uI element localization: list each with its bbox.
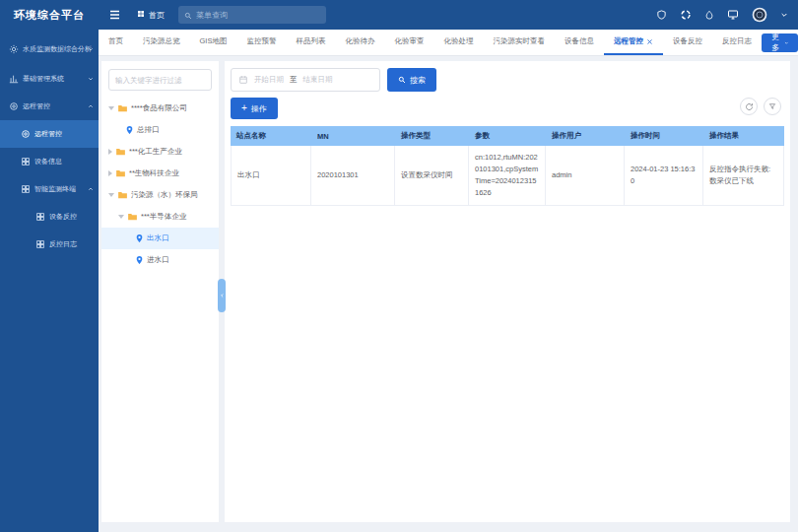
- tree-node-company-food[interactable]: ****食品有限公司: [101, 98, 219, 119]
- gear-icon: [9, 44, 19, 54]
- folder-icon: [127, 212, 138, 222]
- caret-right-icon[interactable]: [108, 170, 112, 176]
- calendar-icon: [238, 71, 248, 89]
- tab-gis-map[interactable]: GIS地图: [190, 30, 237, 55]
- sidebar-group-smart-terminal[interactable]: 智能监测终端: [0, 175, 99, 203]
- tree-filter-input[interactable]: [108, 69, 212, 91]
- table-header-cell: 操作结果: [703, 126, 784, 146]
- grid-icon: [35, 239, 45, 249]
- sidebar-item-base-management[interactable]: 基础管理系统: [0, 65, 99, 93]
- sidebar-item-water-quality-analysis[interactable]: 水质监测数据综合分析: [0, 33, 99, 65]
- avatar[interactable]: [752, 7, 767, 23]
- tab-lab-process[interactable]: 化验处理: [433, 30, 483, 55]
- cell-operation-user: admin: [546, 146, 625, 205]
- hamburger-menu-icon[interactable]: [108, 9, 121, 21]
- panel-collapse-toggle[interactable]: [218, 279, 226, 312]
- tab-home[interactable]: 首页: [99, 30, 133, 55]
- table-header-cell: 操作用户: [546, 126, 625, 146]
- operate-button[interactable]: + 操作: [231, 98, 278, 119]
- tree-node-company-chemical[interactable]: ***化工生产企业: [101, 141, 219, 163]
- sidebar-item-remote-control[interactable]: 远程管控: [0, 120, 99, 148]
- chart-icon: [9, 74, 19, 84]
- chevron-down-icon: [784, 39, 789, 46]
- funnel-icon: [768, 102, 776, 110]
- tab-pollution-realtime[interactable]: 污染源实时查看: [483, 30, 555, 55]
- caret-down-icon[interactable]: [108, 106, 114, 110]
- tab-reverse-control-log[interactable]: 反控日志: [712, 30, 762, 55]
- refresh-icon: [745, 102, 754, 111]
- location-pin-icon: [125, 125, 134, 135]
- search-button[interactable]: 搜索: [387, 68, 436, 92]
- menu-search-box[interactable]: [178, 6, 326, 24]
- operations-table: 站点名称 MN 操作类型 参数 操作用户 操作时间 操作结果 出水口 20201…: [231, 126, 784, 206]
- column-settings-button[interactable]: [764, 98, 781, 115]
- app-logo: 环境综合平台: [0, 8, 99, 23]
- tree-node-bureau-water[interactable]: 污染源（水）环保局: [101, 184, 219, 206]
- top-bar: 环境综合平台 首页: [0, 0, 798, 30]
- table-header-cell: 操作类型: [395, 126, 469, 146]
- tab-lab-todo[interactable]: 化验待办: [335, 30, 384, 55]
- caret-right-icon[interactable]: [108, 149, 112, 155]
- cell-operation-time: 2024-01-23 15:16:30: [625, 146, 703, 205]
- chevron-up-icon: [88, 186, 94, 192]
- folder-icon: [115, 168, 126, 178]
- caret-down-icon[interactable]: [108, 193, 114, 197]
- tab-monitor-alert[interactable]: 监控预警: [236, 30, 286, 55]
- caret-down-icon[interactable]: [118, 215, 124, 219]
- breadcrumb[interactable]: 首页: [137, 10, 165, 21]
- monitor-icon[interactable]: [727, 9, 739, 21]
- end-date-placeholder[interactable]: 结束日期: [303, 75, 333, 85]
- topbar-action-icons: [656, 7, 788, 23]
- menu-search-input[interactable]: [196, 11, 320, 20]
- sidebar-nav: 水质监测数据综合分析 基础管理系统 远程管控 远程管控 设备信息 智能监测终端 …: [0, 30, 99, 532]
- sidebar-item-device-info[interactable]: 设备信息: [0, 148, 99, 175]
- start-date-placeholder[interactable]: 开始日期: [254, 75, 284, 85]
- plus-icon: +: [241, 103, 247, 113]
- tab-device-info[interactable]: 设备信息: [555, 30, 604, 55]
- cell-mn: 2020101301: [311, 146, 395, 205]
- table-row[interactable]: 出水口 2020101301 设置数采仪时间 cn:1012,rtuMN:202…: [231, 146, 784, 206]
- apps-icon[interactable]: [680, 9, 692, 21]
- table-header-cell: MN: [311, 126, 395, 146]
- table-header-cell: 操作时间: [625, 126, 703, 146]
- cell-site-name: 出水口: [231, 146, 311, 205]
- tree-node-outlet-in[interactable]: 进水口: [101, 249, 219, 271]
- tab-pollution-overview[interactable]: 污染源总览: [133, 30, 190, 55]
- chevron-down-icon: [88, 76, 94, 82]
- cell-operation-result: 反控指令执行失败:数采仪已下线: [703, 146, 784, 205]
- search-icon: [184, 6, 192, 24]
- tree-node-outlet-main[interactable]: 总排口: [101, 119, 219, 141]
- grid-icon: [35, 212, 45, 222]
- chevron-down-icon[interactable]: [780, 11, 788, 19]
- search-icon: [398, 76, 406, 84]
- refresh-button[interactable]: [740, 98, 758, 115]
- close-icon[interactable]: [646, 38, 653, 45]
- folder-icon: [115, 147, 126, 157]
- tab-sample-list[interactable]: 样品列表: [286, 30, 335, 55]
- target-icon: [9, 101, 19, 111]
- table-header-cell: 参数: [469, 126, 546, 146]
- flame-icon[interactable]: [704, 9, 714, 21]
- tab-remote-control[interactable]: 远程管控: [604, 30, 663, 55]
- tree-node-outlet-out[interactable]: 出水口: [101, 228, 219, 249]
- table-tools: [740, 98, 781, 115]
- action-toolbar: + 操作: [231, 98, 784, 119]
- sidebar-group-remote-control[interactable]: 远程管控: [0, 93, 99, 120]
- date-range-picker[interactable]: 开始日期 至 结束日期: [231, 68, 380, 92]
- sidebar-item-device-reverse-control[interactable]: 设备反控: [0, 203, 99, 231]
- tree-node-company-biotech[interactable]: **生物科技企业: [101, 163, 219, 184]
- site-tree-panel: ****食品有限公司 总排口 ***化工生产企业 **生物科技企业 污染源（水）…: [101, 61, 219, 522]
- tab-lab-review[interactable]: 化验审查: [384, 30, 433, 55]
- grid-icon: [21, 157, 31, 166]
- tree-node-company-semiconductor[interactable]: ***半导体企业: [101, 206, 219, 228]
- location-pin-icon: [135, 233, 144, 243]
- tab-device-reverse-control[interactable]: 设备反控: [663, 30, 712, 55]
- sidebar-item-reverse-control-log[interactable]: 反控日志: [0, 231, 99, 258]
- search-toolbar: 开始日期 至 结束日期 搜索: [231, 68, 784, 92]
- shield-icon[interactable]: [656, 9, 667, 21]
- remote-control-panel: 开始日期 至 结束日期 搜索 + 操作 站点名称 MN 操作类型 参数 操作用户…: [225, 61, 790, 522]
- chevron-up-icon: [88, 103, 94, 109]
- date-range-separator: 至: [290, 75, 298, 85]
- more-tabs-button[interactable]: 更多: [762, 33, 798, 52]
- chevron-left-icon: [220, 292, 225, 299]
